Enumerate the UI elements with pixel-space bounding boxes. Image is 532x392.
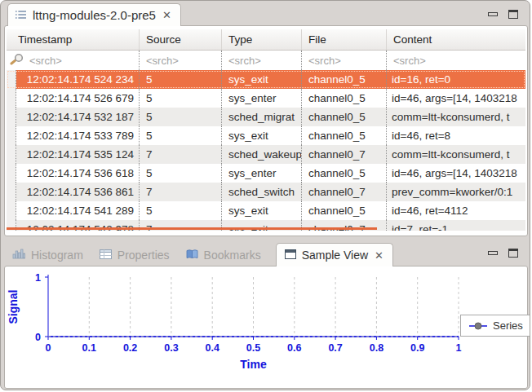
editor-tab-title: lttng-modules-2.0-pre5 xyxy=(33,8,156,22)
legend-series-label: Series xyxy=(493,319,523,332)
cell-source: 5 xyxy=(140,126,222,145)
cell-timestamp: 12:02:14.174 536 861 xyxy=(16,183,140,201)
svg-text:0.9: 0.9 xyxy=(410,342,424,354)
close-icon[interactable]: ✕ xyxy=(162,10,172,20)
search-magnifier-icon xyxy=(9,53,25,68)
cell-file: channel0_5 xyxy=(302,70,387,89)
cell-content: id=7, ret=-1 xyxy=(387,220,525,231)
events-table-icon xyxy=(15,8,27,23)
legend-marker-dot xyxy=(475,323,481,329)
cell-content: id=46, args=[14, 1403218 xyxy=(387,89,525,108)
svg-text:0: 0 xyxy=(35,332,41,343)
cell-source: 5 xyxy=(140,70,222,89)
application-window: lttng-modules-2.0-pre5 ✕ Timestamp Sourc… xyxy=(0,0,530,390)
column-header-content[interactable]: Content xyxy=(387,29,525,50)
cell-timestamp: 12:02:14.174 533 789 xyxy=(16,126,140,145)
table-rows: 12:02:14.174 524 2345sys_exitchannel0_5i… xyxy=(7,70,525,231)
svg-text:0.7: 0.7 xyxy=(328,342,342,354)
chart-legend: Series xyxy=(460,315,530,337)
histogram-icon xyxy=(12,249,25,262)
column-header-file[interactable]: File xyxy=(302,29,387,50)
tab-sample-view[interactable]: Sample View ✕ xyxy=(276,243,393,266)
selection-overflow-line xyxy=(7,227,377,230)
close-icon[interactable]: ✕ xyxy=(374,250,384,261)
tab-properties[interactable]: Properties xyxy=(91,243,178,266)
cell-content: id=46, ret=8 xyxy=(387,126,525,145)
sample-chart-svg: 0100.10.20.30.40.50.60.70.80.91TimeSigna… xyxy=(5,266,527,388)
editor-tab[interactable]: lttng-modules-2.0-pre5 ✕ xyxy=(7,3,181,26)
maximize-icon[interactable] xyxy=(508,249,518,258)
svg-text:1: 1 xyxy=(35,272,41,284)
cell-source: 5 xyxy=(140,108,222,126)
cell-source: 5 xyxy=(140,89,222,108)
row-margin-cell xyxy=(7,89,16,108)
column-header-source[interactable]: Source xyxy=(140,29,222,50)
cell-timestamp: 12:02:14.174 532 187 xyxy=(16,108,140,126)
cell-source: 5 xyxy=(140,164,222,183)
svg-text:Signal: Signal xyxy=(7,289,20,324)
properties-icon xyxy=(100,249,112,262)
bookmarks-icon xyxy=(186,249,198,262)
svg-text:0.1: 0.1 xyxy=(82,342,96,354)
cell-content: id=46, args=[14, 1403218 xyxy=(387,164,525,183)
cell-content: prev_comm=kworker/0:1 xyxy=(387,183,525,201)
cell-type: sys_enter xyxy=(222,164,302,183)
table-header-row: Timestamp Source Type File Content xyxy=(7,29,525,51)
row-margin-cell xyxy=(7,108,16,126)
svg-text:0.6: 0.6 xyxy=(287,342,301,354)
view-tab-bar: Histogram Properties Bookmarks xyxy=(4,243,526,266)
tab-histogram[interactable]: Histogram xyxy=(4,243,91,266)
svg-text:0.5: 0.5 xyxy=(246,342,260,354)
tab-bookmarks[interactable]: Bookmarks xyxy=(178,243,269,266)
table-row[interactable]: 12:02:14.174 536 8617sched_switchchannel… xyxy=(7,183,525,201)
filter-cell-timestamp[interactable]: <srch> xyxy=(7,51,140,70)
row-margin-cell xyxy=(7,183,16,201)
cell-type: sys_enter xyxy=(222,89,302,108)
filter-cell-file[interactable]: <srch> xyxy=(302,51,387,70)
cell-type: sched_migrat xyxy=(222,108,302,126)
svg-text:1: 1 xyxy=(456,342,462,354)
cell-file: channel0_5 xyxy=(302,201,387,220)
cell-type: sched_wakeup xyxy=(222,145,302,164)
sample-view-icon xyxy=(285,249,296,262)
table-row[interactable]: 12:02:14.174 533 7895sys_exitchannel0_5i… xyxy=(7,126,525,145)
cell-type: sched_switch xyxy=(222,183,302,201)
maximize-icon[interactable] xyxy=(508,10,518,19)
svg-text:0.2: 0.2 xyxy=(123,342,137,354)
table-row[interactable]: 12:02:14.174 524 2345sys_exitchannel0_5i… xyxy=(7,70,525,89)
cell-file: channel0_5 xyxy=(302,164,387,183)
cell-file: channel0_7 xyxy=(302,183,387,201)
column-header-timestamp[interactable]: Timestamp xyxy=(7,29,140,50)
row-margin-cell xyxy=(7,201,16,220)
cell-source: 7 xyxy=(140,145,222,164)
svg-text:0: 0 xyxy=(46,342,51,354)
row-margin-cell xyxy=(7,126,16,145)
svg-text:Time: Time xyxy=(240,358,267,371)
svg-text:0.3: 0.3 xyxy=(164,342,178,354)
cell-content: comm=ltt-kconsumerd, t xyxy=(387,108,525,126)
table-row[interactable]: 12:02:14.174 541 2895sys_exitchannel0_5i… xyxy=(7,201,525,220)
cell-timestamp: 12:02:14.174 535 124 xyxy=(16,145,140,164)
filter-cell-content[interactable]: <srch> xyxy=(387,51,525,70)
svg-text:0.8: 0.8 xyxy=(370,342,383,354)
cell-file: channel0_5 xyxy=(302,126,387,145)
cell-file: channel0_5 xyxy=(302,108,387,126)
cell-content: comm=ltt-kconsumerd, t xyxy=(387,145,525,164)
cell-file: channel0_7 xyxy=(302,145,387,164)
cell-content: id=46, ret=4112 xyxy=(387,201,525,220)
svg-text:0.4: 0.4 xyxy=(206,342,219,354)
table-row[interactable]: 12:02:14.174 535 1247sched_wakeupchannel… xyxy=(7,145,525,164)
table-row[interactable]: 12:02:14.174 536 6185sys_enterchannel0_5… xyxy=(7,164,525,183)
table-row[interactable]: 12:02:14.174 526 6795sys_enterchannel0_5… xyxy=(7,89,525,108)
cell-source: 5 xyxy=(140,201,222,220)
table-row[interactable]: 12:02:14.174 532 1875sched_migratchannel… xyxy=(7,108,525,126)
filter-cell-source[interactable]: <srch> xyxy=(140,51,222,70)
minimize-icon[interactable] xyxy=(488,12,498,16)
cell-timestamp: 12:02:14.174 536 618 xyxy=(16,164,140,183)
minimize-icon[interactable] xyxy=(488,251,498,255)
filter-cell-type[interactable]: <srch> xyxy=(222,51,302,70)
column-header-type[interactable]: Type xyxy=(222,29,302,50)
legend-marker xyxy=(468,322,488,330)
cell-timestamp: 12:02:14.174 526 679 xyxy=(16,89,140,108)
table-filter-row: <srch> <srch> <srch> <srch> <srch> xyxy=(7,51,525,70)
